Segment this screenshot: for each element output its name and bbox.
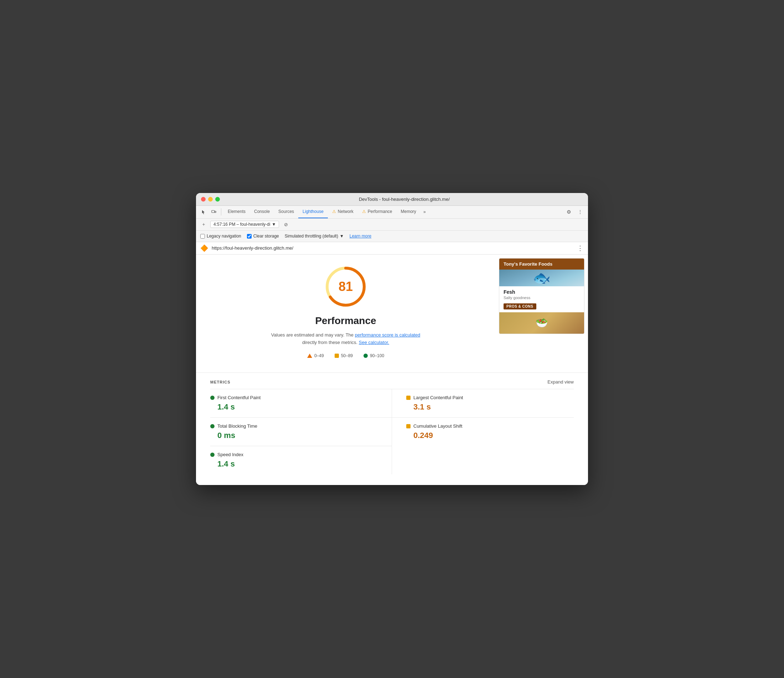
site-warning-icon: 🔶 — [200, 244, 208, 252]
tab-console[interactable]: Console — [250, 206, 274, 218]
legend-label-50-89: 50–89 — [341, 353, 353, 358]
desc-text: Values are estimated and may vary. The — [271, 332, 355, 337]
performance-title: Performance — [210, 315, 481, 327]
clear-storage-label[interactable]: Clear storage — [247, 233, 279, 239]
si-status-icon — [210, 453, 215, 457]
calculator-link[interactable]: See calculator. — [359, 340, 389, 345]
score-circle: 81 — [324, 265, 367, 308]
url-bar: 🔶 https://foul-heavenly-direction.glitch… — [196, 242, 588, 255]
metric-cls-header: Cumulative Layout Shift — [406, 423, 574, 429]
expand-view-button[interactable]: Expand view — [547, 379, 574, 384]
metric-fcp-header: First Contentful Paint — [210, 395, 377, 400]
tbt-value: 0 ms — [210, 431, 377, 440]
tab-memory[interactable]: Memory — [397, 206, 421, 218]
options-row: Legacy navigation Clear storage Simulate… — [196, 231, 588, 242]
food-name: Fesh — [503, 289, 580, 295]
main-content: 81 Performance Values are estimated and … — [196, 255, 588, 373]
legend-item-red: 0–49 — [307, 353, 324, 358]
metrics-header: METRICS Expand view — [210, 373, 574, 389]
metric-si: Speed Index 1.4 s — [210, 446, 392, 474]
learn-more-link[interactable]: Learn more — [349, 233, 371, 239]
window-title: DevTools - foul-heavenly-direction.glitc… — [226, 197, 583, 202]
tab-elements[interactable]: Elements — [223, 206, 250, 218]
more-options-icon[interactable]: ⋮ — [575, 207, 585, 217]
legend-item-orange: 50–89 — [335, 353, 353, 358]
score-value: 81 — [338, 279, 353, 294]
tab-lighthouse[interactable]: Lighthouse — [298, 206, 328, 218]
close-button[interactable] — [201, 197, 206, 202]
maximize-button[interactable] — [215, 197, 220, 202]
score-circle-container: 81 — [210, 265, 481, 308]
tbt-label: Total Blocking Time — [217, 423, 257, 429]
square-icon — [335, 354, 339, 358]
legacy-nav-label[interactable]: Legacy navigation — [200, 233, 241, 239]
tab-more-button[interactable]: » — [421, 207, 429, 216]
titlebar: DevTools - foul-heavenly-direction.glitc… — [196, 193, 588, 206]
lcp-value: 3.1 s — [406, 403, 574, 412]
lcp-label: Largest Contentful Paint — [413, 395, 463, 400]
fcp-status-icon — [210, 396, 215, 400]
right-panel: Tony's Favorite Foods 🐟 Fesh Salty goodn… — [495, 255, 588, 373]
metric-cls: Cumulative Layout Shift 0.249 — [392, 417, 574, 446]
performance-description: Values are estimated and may vary. The p… — [267, 331, 424, 347]
legend-label-90-100: 90–100 — [370, 353, 384, 358]
si-label: Speed Index — [217, 452, 243, 457]
legend-label-0-49: 0–49 — [314, 353, 324, 358]
device-toggle-icon[interactable] — [209, 207, 219, 217]
desc-middle: directly from these metrics. — [302, 340, 359, 345]
legacy-nav-checkbox[interactable] — [200, 234, 205, 239]
svg-rect-0 — [212, 210, 215, 213]
performance-score-link[interactable]: performance score is calculated — [355, 332, 421, 337]
tab-performance[interactable]: ⚠ Performance — [358, 206, 397, 218]
tab-separator-1 — [221, 208, 221, 215]
metrics-section: METRICS Expand view First Contentful Pai… — [196, 372, 588, 485]
lcp-status-icon — [406, 396, 410, 400]
url-text: https://foul-heavenly-direction.glitch.m… — [212, 245, 574, 251]
metric-si-header: Speed Index — [210, 452, 377, 457]
settings-icon[interactable]: ⚙ — [564, 207, 574, 217]
minimize-button[interactable] — [208, 197, 213, 202]
food-card-body: Fesh Salty goodness PROS & CONS — [499, 286, 584, 312]
fish-image: 🐟 — [499, 269, 584, 286]
fcp-value: 1.4 s — [210, 403, 377, 412]
food-card-image-2: 🥗 — [499, 312, 584, 334]
cls-value: 0.249 — [406, 431, 574, 440]
metric-fcp: First Contentful Paint 1.4 s — [210, 389, 392, 417]
tbt-status-icon — [210, 424, 215, 428]
legend-item-green: 90–100 — [363, 353, 384, 358]
metric-tbt-header: Total Blocking Time — [210, 423, 377, 429]
left-panel: 81 Performance Values are estimated and … — [196, 255, 495, 373]
triangle-icon — [307, 354, 312, 358]
tab-network[interactable]: ⚠ Network — [328, 206, 358, 218]
cls-label: Cumulative Layout Shift — [413, 423, 462, 429]
url-more-button[interactable]: ⋮ — [577, 244, 584, 252]
food-desc: Salty goodness — [503, 295, 580, 300]
fcp-label: First Contentful Paint — [217, 395, 260, 400]
tab-sources[interactable]: Sources — [274, 206, 298, 218]
session-selector[interactable]: 4:57:16 PM – foul-heavenly-di ▼ — [210, 221, 279, 228]
metrics-grid: First Contentful Paint 1.4 s Largest Con… — [210, 389, 574, 474]
devtools-window: DevTools - foul-heavenly-direction.glitc… — [196, 193, 588, 485]
clear-storage-checkbox[interactable] — [247, 234, 252, 239]
svg-rect-1 — [215, 211, 216, 213]
si-value: 1.4 s — [210, 459, 377, 469]
metric-tbt: Total Blocking Time 0 ms — [210, 417, 392, 446]
food-card-header: Tony's Favorite Foods — [499, 258, 584, 269]
cursor-icon[interactable] — [199, 207, 209, 217]
network-warning-icon: ⚠ — [332, 209, 336, 214]
metric-lcp: Largest Contentful Paint 3.1 s — [392, 389, 574, 417]
devtools-tab-bar: Elements Console Sources Lighthouse ⚠ Ne… — [196, 206, 588, 219]
traffic-lights — [201, 197, 220, 202]
food-card: Tony's Favorite Foods 🐟 Fesh Salty goodn… — [499, 258, 584, 334]
add-button[interactable]: ＋ — [200, 221, 207, 228]
metric-lcp-header: Largest Contentful Paint — [406, 395, 574, 400]
cls-status-icon — [406, 424, 410, 428]
reload-button[interactable]: ⊘ — [282, 221, 290, 228]
tab-right-controls: ⚙ ⋮ — [564, 207, 585, 217]
pros-cons-button[interactable]: PROS & CONS — [503, 303, 536, 309]
toolbar: ＋ 4:57:16 PM – foul-heavenly-di ▼ ⊘ — [196, 219, 588, 231]
throttle-label: Simulated throttling (default) ▼ — [285, 233, 344, 239]
score-legend: 0–49 50–89 90–100 — [210, 353, 481, 358]
metrics-title: METRICS — [210, 380, 231, 384]
circle-icon — [363, 354, 368, 358]
